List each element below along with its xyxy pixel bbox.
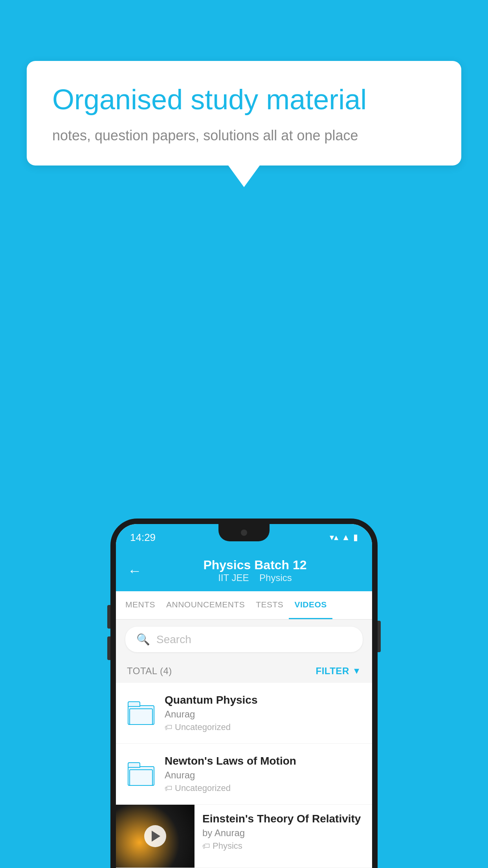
bubble-arrow — [228, 166, 260, 187]
tab-tests[interactable]: TESTS — [250, 591, 289, 619]
status-bar: 14:29 ▾▴ ▲ ▮ — [116, 524, 372, 551]
camera — [241, 530, 247, 536]
item-author: by Anurag — [202, 828, 364, 839]
tag-icon: 🏷 — [202, 842, 210, 851]
tag-icon: 🏷 — [165, 723, 172, 732]
item-tag: 🏷 Physics — [202, 841, 364, 851]
filter-row: TOTAL (4) FILTER ▼ — [116, 659, 372, 683]
item-author: Anurag — [165, 709, 361, 720]
play-button[interactable] — [144, 825, 166, 847]
folder-icon — [127, 760, 155, 788]
item-tag: 🏷 Uncategorized — [165, 722, 361, 732]
item-author: Anurag — [165, 770, 361, 781]
tabs-bar: MENTS ANNOUNCEMENTS TESTS VIDEOS — [116, 591, 372, 620]
search-bar[interactable]: 🔍 Search — [125, 627, 363, 652]
power-button[interactable] — [378, 621, 381, 652]
status-time: 14:29 — [130, 531, 156, 544]
back-button[interactable]: ← — [128, 563, 142, 579]
list-item[interactable]: Newton's Laws of Motion Anurag 🏷 Uncateg… — [116, 744, 372, 805]
item-info: Newton's Laws of Motion Anurag 🏷 Uncateg… — [165, 755, 361, 793]
search-bar-wrapper: 🔍 Search — [116, 620, 372, 659]
notch — [218, 524, 270, 541]
header-subtitle: IIT JEE Physics — [150, 572, 360, 583]
phone-frame: 14:29 ▾▴ ▲ ▮ ← Physics Batch 12 IIT JEE — [110, 519, 378, 868]
item-tag: 🏷 Uncategorized — [165, 783, 361, 793]
list-item[interactable]: Quantum Physics Anurag 🏷 Uncategorized — [116, 683, 372, 744]
subtitle-physics: Physics — [259, 572, 292, 583]
tab-videos[interactable]: VIDEOS — [289, 591, 332, 619]
item-title: Einstein's Theory Of Relativity — [202, 813, 364, 825]
item-title: Newton's Laws of Motion — [165, 755, 361, 767]
speech-bubble: Organised study material notes, question… — [27, 61, 461, 166]
tab-ments[interactable]: MENTS — [120, 591, 161, 619]
list-item[interactable]: Einstein's Theory Of Relativity by Anura… — [116, 805, 372, 868]
bubble-heading: Organised study material — [52, 83, 436, 116]
filter-icon: ▼ — [352, 666, 361, 676]
folder-icon — [127, 699, 155, 727]
battery-icon: ▮ — [353, 532, 358, 542]
video-thumbnail — [116, 805, 194, 868]
phone-screen: 14:29 ▾▴ ▲ ▮ ← Physics Batch 12 IIT JEE — [116, 524, 372, 868]
phone-wrapper: 14:29 ▾▴ ▲ ▮ ← Physics Batch 12 IIT JEE — [110, 519, 378, 868]
bubble-subtext: notes, question papers, solutions all at… — [52, 127, 436, 144]
app-header: ← Physics Batch 12 IIT JEE Physics — [116, 551, 372, 591]
play-icon — [152, 831, 160, 842]
search-placeholder: Search — [156, 633, 191, 646]
search-icon: 🔍 — [136, 633, 150, 646]
item-title: Quantum Physics — [165, 694, 361, 706]
folder-svg — [128, 701, 154, 725]
tab-announcements[interactable]: ANNOUNCEMENTS — [161, 591, 250, 619]
vol-down-button[interactable] — [107, 636, 110, 660]
item-info: Quantum Physics Anurag 🏷 Uncategorized — [165, 694, 361, 732]
speech-bubble-container: Organised study material notes, question… — [27, 61, 461, 187]
folder-svg — [128, 762, 154, 786]
header-title: Physics Batch 12 — [150, 558, 360, 572]
item-info: Einstein's Theory Of Relativity by Anura… — [194, 805, 372, 859]
header-title-group: Physics Batch 12 IIT JEE Physics — [150, 558, 360, 583]
video-list: Quantum Physics Anurag 🏷 Uncategorized — [116, 683, 372, 868]
subtitle-iitjee: IIT JEE — [218, 572, 249, 583]
tag-icon: 🏷 — [165, 784, 172, 793]
vol-up-button[interactable] — [107, 605, 110, 629]
filter-button[interactable]: FILTER ▼ — [316, 666, 361, 677]
signal-icon: ▲ — [341, 532, 350, 542]
wifi-icon: ▾▴ — [330, 532, 338, 542]
status-icons: ▾▴ ▲ ▮ — [330, 532, 358, 542]
total-count: TOTAL (4) — [127, 666, 172, 677]
